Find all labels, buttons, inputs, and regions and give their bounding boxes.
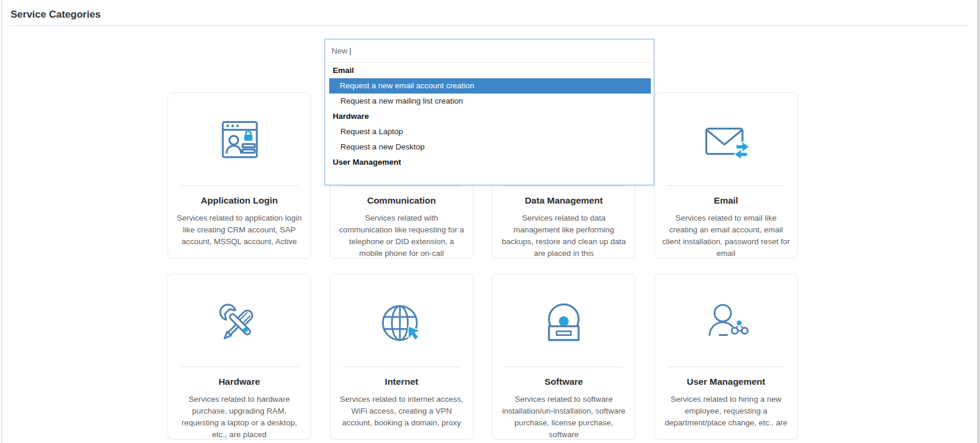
- category-title: Data Management: [493, 195, 635, 206]
- card-divider: [667, 367, 785, 367]
- card-divider: [342, 367, 461, 367]
- hardware-icon: [168, 292, 310, 355]
- software-icon: [493, 292, 635, 355]
- title-divider: [9, 25, 969, 26]
- email-icon: [655, 111, 797, 174]
- category-description: Services related to software installatio…: [500, 394, 628, 441]
- category-card-user-management[interactable]: User Management Services related to hiri…: [654, 274, 798, 439]
- suggestion-item[interactable]: Request a new mailing list creation: [325, 94, 654, 109]
- search-suggestions-dropdown: New | EmailRequest a new email account c…: [325, 39, 654, 185]
- category-title: Application Login: [168, 195, 310, 206]
- category-title: Software: [493, 377, 635, 387]
- category-description: Services related to application login li…: [175, 212, 303, 248]
- application-login-icon: [168, 111, 310, 174]
- card-divider: [504, 185, 623, 186]
- category-card-email[interactable]: Email Services related to email like cre…: [654, 92, 798, 258]
- page-title: Service Categories: [11, 9, 101, 21]
- text-cursor: |: [349, 46, 352, 55]
- search-input[interactable]: New |: [325, 39, 654, 63]
- search-input-value: New: [332, 46, 347, 55]
- category-card-application-login[interactable]: Application Login Services related to ap…: [168, 92, 311, 258]
- category-description: Services related to hardware purchase, u…: [175, 394, 303, 441]
- category-description: Services related to email like creating …: [662, 212, 790, 259]
- content-left-border: [1, 0, 2, 443]
- category-title: User Management: [655, 377, 797, 387]
- suggestion-group-email: Email: [325, 63, 654, 78]
- category-title: Communication: [330, 195, 473, 206]
- service-categories-page: Service Categories Application Login Ser…: [0, 0, 980, 443]
- card-divider: [667, 185, 785, 186]
- card-divider: [504, 367, 623, 367]
- suggestion-item[interactable]: Request a Laptop: [325, 124, 654, 139]
- suggestion-item[interactable]: Request a new email account creation: [329, 78, 651, 94]
- card-divider: [180, 367, 299, 367]
- user-management-icon: [655, 292, 797, 355]
- category-card-internet[interactable]: Internet Services related to internet ac…: [330, 274, 473, 439]
- card-divider: [180, 185, 299, 186]
- category-description: Services related with communication like…: [337, 212, 466, 259]
- suggestion-group-hardware: Hardware: [325, 109, 654, 124]
- category-card-hardware[interactable]: Hardware Services related to hardware pu…: [168, 274, 311, 439]
- suggestion-list: EmailRequest a new email account creatio…: [325, 63, 654, 170]
- category-card-software[interactable]: Software Services related to software in…: [492, 274, 636, 439]
- category-title: Hardware: [168, 377, 310, 387]
- suggestion-group-user-management: User Management: [325, 155, 654, 170]
- internet-icon: [330, 292, 473, 355]
- vertical-scrollbar[interactable]: [977, 0, 980, 443]
- category-title: Email: [655, 195, 797, 206]
- category-description: Services related to internet access, WiF…: [337, 394, 466, 429]
- category-description: Services related to data management like…: [500, 212, 628, 259]
- category-description: Services related to hiring a new employe…: [662, 394, 790, 429]
- category-title: Internet: [330, 377, 473, 387]
- suggestion-item[interactable]: Request a new Desktop: [325, 139, 654, 155]
- card-divider: [342, 185, 461, 186]
